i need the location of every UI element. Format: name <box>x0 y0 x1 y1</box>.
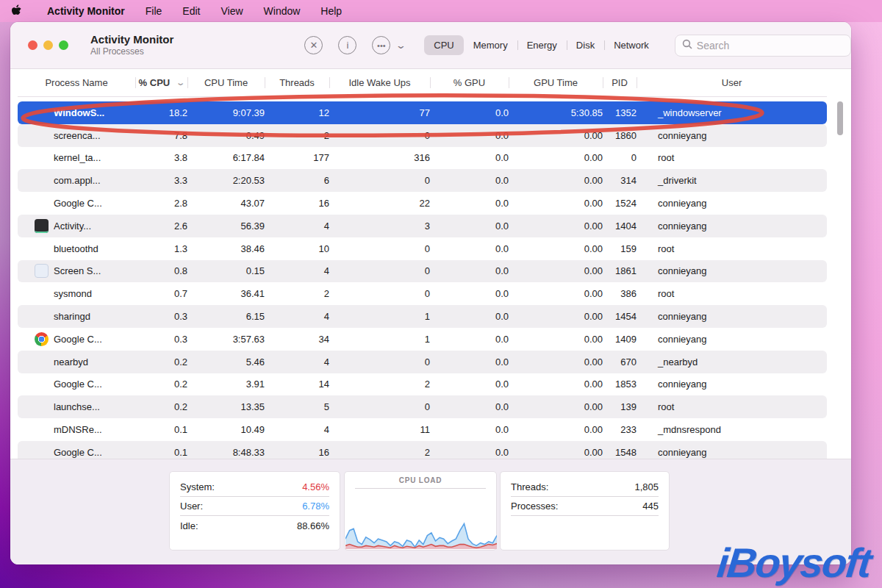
table-row[interactable]: bluetoothd 1.3 38.46 10 0 0.0 0.00 159 r… <box>18 237 827 260</box>
chevron-down-icon[interactable]: ⌄ <box>395 40 406 51</box>
menu-item-window[interactable]: Window <box>264 5 301 17</box>
table-row[interactable]: Screen S... 0.8 0.15 4 0 0.0 0.00 1861 c… <box>18 260 827 283</box>
gpu-percent: 0.0 <box>430 107 509 118</box>
user: _mdnsrespond <box>637 424 827 435</box>
gpu-time: 0.00 <box>509 175 603 186</box>
pid: 1454 <box>603 311 637 322</box>
gpu-percent: 0.0 <box>430 447 509 458</box>
pid: 1861 <box>603 265 637 276</box>
menu-item-edit[interactable]: Edit <box>182 5 200 17</box>
minimize-window-button[interactable] <box>43 40 53 50</box>
gpu-time: 0.00 <box>509 356 603 368</box>
cpu-usage-box: System: 4.56% User: 6.78% Idle: 88.66% <box>169 471 340 551</box>
more-options-button[interactable]: ••• <box>372 36 390 54</box>
threads: 16 <box>265 198 329 209</box>
iboysoft-watermark: iBoysoft <box>715 539 873 587</box>
cpu-percent: 0.8 <box>135 265 187 276</box>
idle-wake-ups: 22 <box>329 198 430 209</box>
column-header-process-name[interactable]: Process Name <box>18 69 135 96</box>
user: connieyang <box>637 311 827 322</box>
gpu-percent: 0.0 <box>430 424 509 435</box>
idle-wake-ups: 316 <box>329 152 430 163</box>
gpu-percent: 0.0 <box>430 288 509 299</box>
idle-value: 88.66% <box>297 520 329 531</box>
table-row[interactable]: nearbyd 0.2 5.46 4 0 0.0 0.00 670 _nearb… <box>18 351 827 373</box>
titlebar: Activity Monitor All Processes ✕ i ••• ⌄… <box>10 22 851 69</box>
cpu-time: 6.15 <box>187 311 265 322</box>
menu-app-name[interactable]: Activity Monitor <box>47 5 125 17</box>
cpu-percent: 0.1 <box>135 447 187 458</box>
toolbar-buttons: ✕ i ••• ⌄ <box>304 36 405 54</box>
tab-disk[interactable]: Disk <box>567 35 604 55</box>
column-header-gpu[interactable]: % GPU <box>430 69 509 96</box>
table-row[interactable]: sharingd 0.3 6.15 4 1 0.0 0.00 1454 conn… <box>18 305 827 328</box>
column-header-pid[interactable]: PID <box>603 69 637 96</box>
tab-energy[interactable]: Energy <box>517 35 567 55</box>
idle-wake-ups: 0 <box>329 175 430 186</box>
pid: 1524 <box>603 198 637 209</box>
cpu-time: 5.46 <box>187 356 265 368</box>
table-row[interactable]: Google C... 0.1 8:48.33 16 2 0.0 0.00 15… <box>18 441 827 459</box>
menu-item-file[interactable]: File <box>146 5 162 17</box>
menu-item-help[interactable]: Help <box>320 5 342 17</box>
idle-wake-ups: 2 <box>329 379 430 390</box>
table-row[interactable]: Google C... 0.2 3.91 14 2 0.0 0.00 1853 … <box>18 373 827 396</box>
table-row[interactable]: launchse... 0.2 13.35 5 0 0.0 0.00 139 r… <box>18 395 827 418</box>
search-input[interactable] <box>697 40 844 51</box>
tab-memory[interactable]: Memory <box>464 35 517 55</box>
table-row[interactable]: Activity... 2.6 56.39 4 3 0.0 0.00 1404 … <box>18 215 827 237</box>
search-field[interactable] <box>675 35 851 57</box>
quit-process-button[interactable]: ✕ <box>304 36 323 54</box>
user: root <box>637 152 827 163</box>
table-row[interactable]: WindowS... 18.2 9:07.39 12 77 0.0 5:30.8… <box>18 101 827 124</box>
gpu-time: 0.00 <box>509 288 603 299</box>
tab-cpu[interactable]: CPU <box>424 35 463 55</box>
table-row[interactable]: com.appl... 3.3 2:20.53 6 0 0.0 0.00 314… <box>18 169 827 192</box>
idle-wake-ups: 1 <box>329 311 430 322</box>
traffic-lights <box>28 40 68 50</box>
idle-wake-ups: 2 <box>329 447 430 458</box>
chrome-icon <box>35 332 49 346</box>
pid: 0 <box>603 152 637 163</box>
pid: 314 <box>603 175 637 186</box>
threads-label: Threads: <box>511 481 548 492</box>
threads-value: 1,805 <box>634 481 659 492</box>
gpu-percent: 0.0 <box>430 243 509 254</box>
column-header-cpu[interactable]: % CPU⌄ <box>135 69 187 96</box>
table-row[interactable]: screenca... 7.8 0.49 2 0 0.0 0.00 1860 c… <box>18 124 827 147</box>
threads: 4 <box>265 311 329 322</box>
apple-icon[interactable] <box>12 4 24 18</box>
process-name: Google C... <box>54 379 102 390</box>
menu-bar: Activity Monitor File Edit View Window H… <box>0 0 882 22</box>
table-row[interactable]: Google C... 0.3 3:57.63 34 1 0.0 0.00 14… <box>18 328 827 351</box>
gpu-percent: 0.0 <box>430 265 509 276</box>
idle-wake-ups: 0 <box>329 243 430 254</box>
user: connieyang <box>637 130 827 141</box>
user: connieyang <box>637 220 827 232</box>
cpu-time: 0.15 <box>187 265 265 276</box>
menu-item-view[interactable]: View <box>220 5 243 17</box>
search-icon <box>682 39 692 52</box>
cpu-time: 36.41 <box>187 288 265 299</box>
gpu-percent: 0.0 <box>430 334 509 345</box>
gpu-percent: 0.0 <box>430 152 509 163</box>
table-row[interactable]: kernel_ta... 3.8 6:17.84 177 316 0.0 0.0… <box>18 147 827 170</box>
pid: 1409 <box>603 334 637 345</box>
close-window-button[interactable] <box>28 40 37 50</box>
vertical-scrollbar-thumb[interactable] <box>837 101 843 135</box>
column-header-user[interactable]: User <box>637 69 827 96</box>
zoom-window-button[interactable] <box>59 40 68 50</box>
tab-network[interactable]: Network <box>604 35 659 55</box>
column-header-cpu-time[interactable]: CPU Time <box>187 69 265 96</box>
column-header-idle-wake-ups[interactable]: Idle Wake Ups <box>329 69 430 96</box>
table-row[interactable]: mDNSRe... 0.1 10.49 4 11 0.0 0.00 233 _m… <box>18 418 827 441</box>
table-row[interactable]: sysmond 0.7 36.41 2 0 0.0 0.00 386 root <box>18 282 827 305</box>
column-header-gpu-time[interactable]: GPU Time <box>509 69 603 96</box>
user: connieyang <box>637 447 827 458</box>
table-row[interactable]: Google C... 2.8 43.07 16 22 0.0 0.00 152… <box>18 192 827 215</box>
column-header-threads[interactable]: Threads <box>265 69 329 96</box>
inspect-process-button[interactable]: i <box>338 36 356 54</box>
gpu-time: 0.00 <box>509 220 603 232</box>
pid: 139 <box>603 401 637 412</box>
pid: 1548 <box>603 447 637 458</box>
